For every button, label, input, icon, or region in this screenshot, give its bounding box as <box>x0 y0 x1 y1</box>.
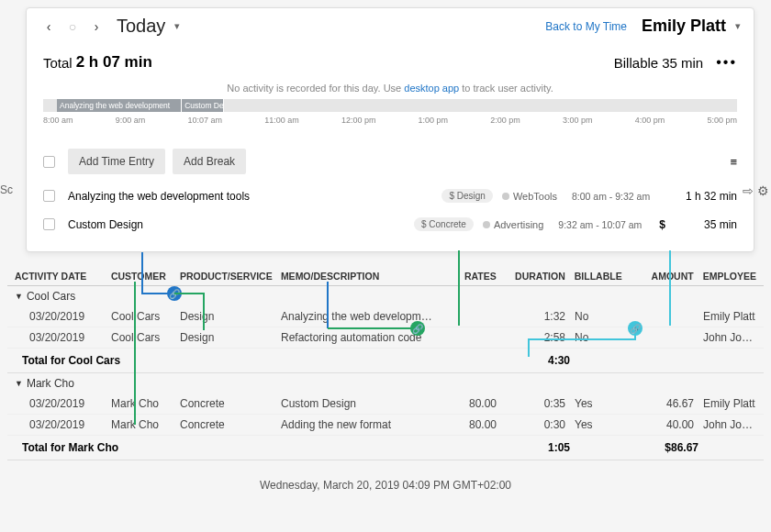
entry-project[interactable]: WebTools <box>502 191 557 202</box>
select-all-checkbox[interactable] <box>43 156 55 168</box>
no-activity-msg: No activity is recorded for this day. Us… <box>27 81 754 99</box>
date-title[interactable]: Today <box>117 16 165 37</box>
cutoff-text: Sc <box>0 183 13 196</box>
entry-checkbox[interactable] <box>43 190 55 202</box>
group-header[interactable]: ▼Mark Cho <box>7 373 764 393</box>
timeline-bar[interactable]: Analyzing the web development Custom De <box>43 99 737 112</box>
back-link[interactable]: Back to My Time <box>545 20 627 33</box>
gear-icon[interactable]: ⚙ <box>757 183 769 198</box>
entry-desc[interactable]: Analyzing the web development tools <box>68 190 441 203</box>
group-header[interactable]: ▼Cool Cars <box>7 286 764 306</box>
entry-row: Custom Design $ Concrete Advertising 9:3… <box>43 210 737 238</box>
desktop-app-link[interactable]: desktop app <box>404 83 459 94</box>
today-circle[interactable]: ○ <box>63 17 82 36</box>
page-footer: Wednesday, March 20, 2019 04:09 PM GMT+0… <box>0 479 771 492</box>
caret-down-icon: ▼ <box>15 379 23 388</box>
summary-bar: Total 2 h 07 min Billable 35 min ••• <box>27 44 754 81</box>
table-row[interactable]: 03/20/2019Mark ChoConcreteCustom Design8… <box>7 393 764 415</box>
caret-down-icon: ▼ <box>15 292 23 301</box>
entries-toolbar: Add Time Entry Add Break ≡ <box>43 141 737 182</box>
billable-value: 35 min <box>662 55 703 71</box>
add-entry-button[interactable]: Add Time Entry <box>68 149 165 174</box>
timeline-segment[interactable]: Custom De <box>182 99 223 112</box>
table-row[interactable]: 03/20/2019Cool CarsDesignRefactoring aut… <box>7 327 764 349</box>
card-header: ‹ ○ › Today ▾ Back to My Time Emily Plat… <box>27 8 754 44</box>
prev-button[interactable]: ‹ <box>39 17 58 36</box>
dollar-icon: $ <box>659 218 665 231</box>
entry-checkbox[interactable] <box>43 218 55 230</box>
entry-timerange: 9:32 am - 10:07 am <box>558 219 659 230</box>
export-icon[interactable]: ⇨ <box>743 183 754 198</box>
entry-timerange: 8:00 am - 9:32 am <box>572 191 673 202</box>
user-name: Emily Platt <box>642 17 726 36</box>
entry-tag[interactable]: $ Design <box>441 189 492 203</box>
more-menu-icon[interactable]: ••• <box>716 54 737 71</box>
table-row[interactable]: 03/20/2019Cool CarsDesignAnalyzing the w… <box>7 306 764 327</box>
entry-desc[interactable]: Custom Design <box>68 218 414 231</box>
entry-tag[interactable]: $ Concrete <box>414 217 474 231</box>
entry-row: Analyzing the web development tools $ De… <box>43 182 737 210</box>
table-row[interactable]: 03/20/2019Mark ChoConcreteAdding the new… <box>7 415 764 436</box>
timeline-ticks: 8:00 am9:00 am10:07 am11:00 am12:00 pm1:… <box>43 116 737 125</box>
timeline: Analyzing the web development Custom De … <box>27 99 754 134</box>
total-value: 2 h 07 min <box>76 53 152 72</box>
entry-duration: 1 h 32 min <box>673 190 737 203</box>
entries-list: Add Time Entry Add Break ≡ Analyzing the… <box>27 134 754 251</box>
chevron-down-icon[interactable]: ▾ <box>174 20 180 32</box>
add-break-button[interactable]: Add Break <box>173 149 246 174</box>
time-card: ‹ ○ › Today ▾ Back to My Time Emily Plat… <box>26 7 754 252</box>
billable-label: Billable <box>614 55 658 71</box>
group-total: Total for Cool Cars4:30 <box>7 349 764 373</box>
sort-icon[interactable]: ≡ <box>730 155 737 169</box>
project-dot-icon <box>483 221 490 228</box>
project-dot-icon <box>502 193 509 200</box>
total-label: Total <box>43 55 73 71</box>
timeline-segment[interactable]: Analyzing the web development <box>57 99 182 112</box>
entry-project[interactable]: Advertising <box>483 219 543 230</box>
user-chevron-icon[interactable]: ▾ <box>735 20 741 32</box>
table-header: ACTIVITY DATECUSTOMERPRODUCT/SERVICEMEMO… <box>7 267 764 286</box>
next-button[interactable]: › <box>87 17 106 36</box>
entry-duration: 35 min <box>673 218 737 231</box>
group-total: Total for Mark Cho1:05$86.67 <box>7 436 764 460</box>
report-table: ACTIVITY DATECUSTOMERPRODUCT/SERVICEMEMO… <box>7 267 764 460</box>
